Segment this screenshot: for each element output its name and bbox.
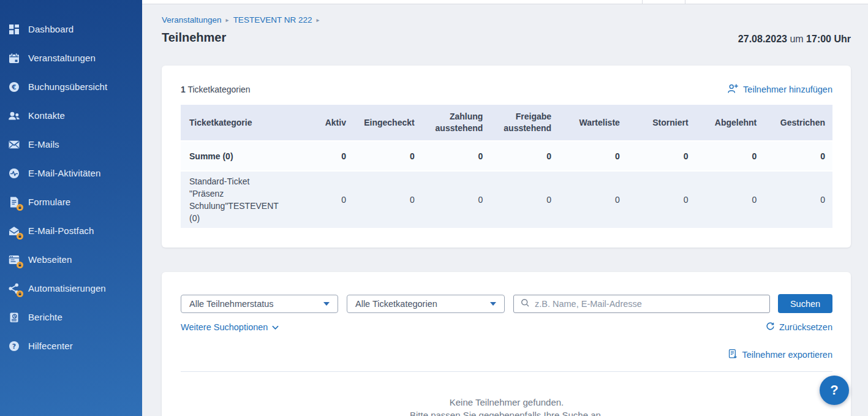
sidebar-item-kontakte[interactable]: Kontakte	[0, 101, 142, 130]
sidebar-item-label: Dashboard	[28, 24, 74, 34]
cell: 0	[490, 172, 559, 228]
contacts-icon	[8, 110, 20, 122]
column-header: Aktiv	[285, 105, 353, 140]
cell: 0	[559, 172, 627, 228]
cell: 0	[696, 142, 764, 170]
row-label: Summe (0)	[181, 142, 285, 170]
sidebar-item-hilfecenter[interactable]: ? Hilfecenter	[0, 331, 142, 360]
browser-window-icon	[8, 254, 20, 266]
participant-search-card: Alle Teilnehmerstatus Alle Ticketkategor…	[162, 272, 851, 416]
breadcrumb-link-veranstaltungen[interactable]: Veranstaltungen	[162, 15, 222, 25]
chevron-down-icon	[323, 302, 330, 306]
lock-icon	[17, 262, 23, 268]
sidebar-item-label: Kontakte	[28, 110, 65, 121]
share-nodes-icon	[8, 282, 20, 295]
dashboard-icon	[8, 23, 20, 36]
sidebar-item-webseiten[interactable]: Webseiten	[0, 245, 142, 274]
participant-status-dropdown[interactable]: Alle Teilnehmerstatus	[181, 295, 338, 313]
column-header: Freigabe ausstehend	[490, 105, 559, 140]
sidebar-item-emails[interactable]: E-Mails	[0, 130, 142, 159]
sidebar-item-email-aktivitaeten[interactable]: E-Mail-Aktivitäten	[0, 159, 142, 187]
svg-text:?: ?	[12, 342, 16, 350]
sidebar-item-berichte[interactable]: Berichte	[0, 303, 142, 331]
envelope-icon	[8, 138, 20, 151]
activity-pulse-icon	[8, 167, 20, 180]
header-divider	[685, 0, 685, 4]
sidebar-item-automatisierungen[interactable]: Automatisierungen	[0, 274, 142, 303]
reset-search-label: Zurücksetzen	[779, 322, 832, 332]
breadcrumb-separator-icon: ▸	[226, 17, 229, 23]
ticket-category-dropdown[interactable]: Alle Ticketkategorien	[347, 295, 505, 313]
lock-icon	[17, 233, 23, 240]
more-search-options-label: Weitere Suchoptionen	[181, 322, 268, 332]
ticket-category-dropdown-value: Alle Ticketkategorien	[355, 299, 437, 309]
search-input[interactable]	[535, 299, 763, 309]
ticket-category-count-text: Ticketkategorien	[187, 85, 250, 94]
cell: 0	[559, 142, 627, 170]
sidebar-item-email-postfach[interactable]: E-Mail-Postfach	[0, 216, 142, 245]
breadcrumb-link-event[interactable]: TESTEVENT NR 222	[233, 15, 312, 25]
sidebar-item-label: Formulare	[28, 197, 70, 207]
sidebar-item-label: E-Mail-Postfach	[28, 225, 94, 236]
svg-text:€: €	[11, 83, 16, 90]
cell: 0	[627, 142, 696, 170]
chevron-down-icon	[490, 302, 496, 306]
cell: 0	[490, 142, 559, 170]
export-participants-link[interactable]: Teilnehmer exportieren	[728, 349, 833, 361]
top-header-strip	[142, 0, 868, 4]
event-date: 27.08.2023	[738, 34, 787, 44]
sidebar-item-label: Hilfecenter	[28, 341, 73, 351]
column-header: Ticketkategorie	[181, 105, 285, 140]
cell: 0	[285, 142, 353, 170]
sidebar-item-label: Berichte	[28, 312, 62, 322]
euro-coin-icon: €	[8, 81, 20, 93]
empty-state-line1: Keine Teilnehmer gefunden.	[181, 396, 832, 409]
cell: 0	[422, 172, 491, 228]
sidebar-item-dashboard[interactable]: Dashboard	[0, 15, 142, 43]
cell: 0	[353, 142, 422, 170]
sidebar-item-label: E-Mails	[28, 139, 59, 149]
participant-status-dropdown-value: Alle Teilnehmerstatus	[189, 299, 274, 309]
question-circle-icon: ?	[8, 340, 20, 352]
sidebar-item-label: Webseiten	[28, 254, 72, 265]
sidebar-item-veranstaltungen[interactable]: Veranstaltungen	[0, 43, 142, 72]
export-document-icon	[728, 349, 738, 361]
table-row-sum: Summe (0) 0 0 0 0 0 0 0 0	[181, 142, 832, 170]
help-button[interactable]: ?	[820, 376, 849, 405]
empty-state-message: Keine Teilnehmer gefunden. Bitte passen …	[181, 396, 832, 416]
header-divider	[642, 0, 643, 4]
chevron-down-icon	[272, 322, 279, 332]
person-plus-icon	[727, 83, 739, 96]
ticket-summary-card: 1 Ticketkategorien Teilnehmer hinzufügen…	[162, 66, 851, 248]
export-participants-label: Teilnehmer exportieren	[742, 350, 833, 360]
reset-search-link[interactable]: Zurücksetzen	[766, 322, 832, 333]
ticket-category-count: 1 Ticketkategorien	[181, 85, 251, 94]
table-row-ticket: Standard-Ticket "Präsenz Schulung"TESTEV…	[181, 172, 832, 228]
divider	[181, 371, 832, 372]
mailbox-icon	[8, 225, 20, 237]
table-header-row: Ticketkategorie Aktiv Eingecheckt Zahlun…	[181, 105, 832, 140]
sidebar-item-label: E-Mail-Aktivitäten	[28, 168, 101, 178]
search-icon	[520, 298, 530, 310]
lock-icon	[17, 204, 23, 211]
column-header: Warteliste	[559, 105, 627, 140]
cell: 0	[422, 142, 491, 170]
search-button[interactable]: Suchen	[778, 294, 832, 313]
reset-icon	[766, 322, 775, 333]
sidebar-item-label: Buchungsübersicht	[28, 81, 107, 92]
cell: 0	[353, 172, 422, 228]
participant-search-box	[513, 295, 770, 313]
sidebar-item-label: Automatisierungen	[28, 283, 106, 293]
cell: 0	[764, 172, 832, 228]
column-header: Gestrichen	[764, 105, 832, 140]
calendar-icon	[8, 52, 20, 64]
more-search-options-link[interactable]: Weitere Suchoptionen	[181, 322, 279, 332]
sidebar-item-formulare[interactable]: Formulare	[0, 187, 142, 216]
column-header: Storniert	[627, 105, 696, 140]
sidebar-item-buchungsuebersicht[interactable]: € Buchungsübersicht	[0, 72, 142, 101]
cell: 0	[696, 172, 764, 228]
add-participant-label: Teilnehmer hinzufügen	[743, 85, 832, 94]
lock-icon	[17, 290, 23, 297]
sidebar: Dashboard Veranstaltungen € Buchungsüber…	[0, 0, 142, 416]
add-participant-link[interactable]: Teilnehmer hinzufügen	[727, 83, 832, 96]
